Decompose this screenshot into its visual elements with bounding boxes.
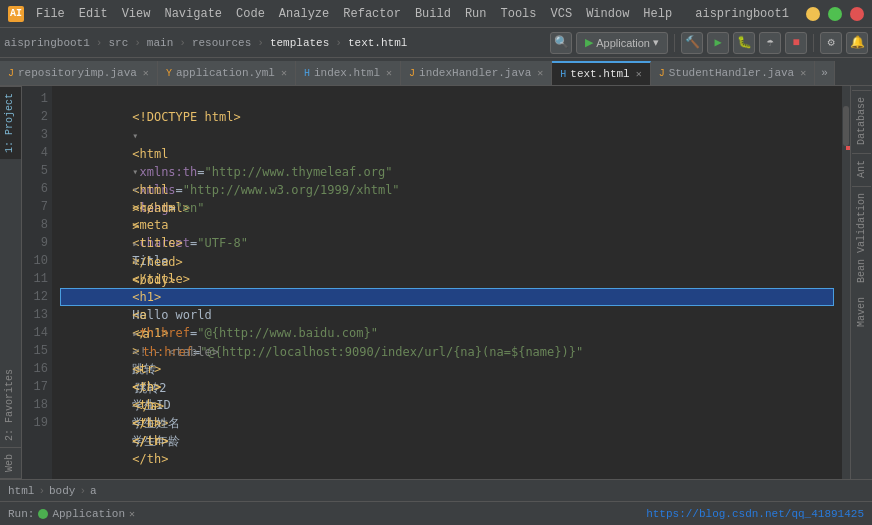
code-line-8: ▸ </head> bbox=[60, 216, 834, 234]
tab-indexhandler[interactable]: J indexHandler.java ✕ bbox=[401, 61, 552, 85]
search-icon[interactable]: 🔍 bbox=[550, 32, 572, 54]
tab-icon-indexhandler: J bbox=[409, 68, 415, 79]
breadcrumb-bottom-body[interactable]: body bbox=[49, 485, 75, 497]
tab-icon-text: H bbox=[560, 69, 566, 80]
tab-icon-index: H bbox=[304, 68, 310, 79]
toolbar: aispringboot1 › src › main › resources ›… bbox=[0, 28, 872, 58]
tab-close-text[interactable]: ✕ bbox=[636, 68, 642, 80]
code-line-4: ▾ <html lang="en" > bbox=[60, 144, 834, 162]
run-indicator: Run: Application ✕ bbox=[8, 508, 135, 520]
tab-close-studenthandler[interactable]: ✕ bbox=[800, 67, 806, 79]
run-label: Run: bbox=[8, 508, 34, 520]
title-bar: AI File Edit View Navigate Code Analyze … bbox=[0, 0, 872, 28]
menu-code[interactable]: Code bbox=[230, 5, 271, 23]
line-num-9: 9 bbox=[22, 234, 52, 252]
notifications-icon[interactable]: 🔔 bbox=[846, 32, 868, 54]
line-num-17: 17 bbox=[22, 378, 52, 396]
menu-window[interactable]: Window bbox=[580, 5, 635, 23]
ant-tab[interactable]: Ant bbox=[852, 153, 871, 184]
tab-icon-yml: Y bbox=[166, 68, 172, 79]
menu-analyze[interactable]: Analyze bbox=[273, 5, 335, 23]
menu-build[interactable]: Build bbox=[409, 5, 457, 23]
editor-wrapper: 1 2 3 4 5 6 7 8 9 10 11 12 13 14 15 16 1… bbox=[22, 86, 850, 479]
maven-tab[interactable]: Maven bbox=[852, 291, 871, 333]
vertical-scrollbar[interactable] bbox=[842, 86, 850, 479]
tab-text-html[interactable]: H text.html ✕ bbox=[552, 61, 650, 85]
breadcrumb-bottom-html[interactable]: html bbox=[8, 485, 34, 497]
breadcrumb-bottom: html › body › a bbox=[0, 479, 872, 501]
breadcrumb-file[interactable]: text.html bbox=[348, 37, 407, 49]
main-area: 1: Project 2: Favorites Web 1 2 3 4 5 6 … bbox=[0, 86, 872, 479]
breadcrumb-main[interactable]: main bbox=[147, 37, 173, 49]
error-marker bbox=[846, 146, 850, 150]
code-line-1: <!DOCTYPE html> bbox=[60, 90, 834, 108]
run-config-button[interactable]: ▶ Application ▾ bbox=[576, 32, 668, 54]
line-num-13: 13 bbox=[22, 306, 52, 324]
tab-label-index: index.html bbox=[314, 67, 380, 79]
tab-close-index[interactable]: ✕ bbox=[386, 67, 392, 79]
tab-close-indexhandler[interactable]: ✕ bbox=[537, 67, 543, 79]
maximize-button[interactable] bbox=[828, 7, 842, 21]
menu-file[interactable]: File bbox=[30, 5, 71, 23]
menu-view[interactable]: View bbox=[116, 5, 157, 23]
code-lines[interactable]: <!DOCTYPE html> ▾ <html xmlns:th="http:/… bbox=[52, 86, 842, 479]
window-controls bbox=[806, 7, 864, 21]
tab-more[interactable]: » bbox=[815, 61, 835, 85]
database-tab[interactable]: Database bbox=[852, 90, 871, 151]
code-line-12: <a th:href="@{http://localhost:9090/inde… bbox=[60, 288, 834, 306]
tab-repositoryimp[interactable]: J repositoryimp.java ✕ bbox=[0, 61, 158, 85]
title-bar-left: AI File Edit View Navigate Code Analyze … bbox=[8, 5, 678, 23]
tab-label-studenthandler: StudentHandler.java bbox=[669, 67, 794, 79]
run-app-label[interactable]: Application bbox=[52, 508, 125, 520]
menu-vcs[interactable]: VCS bbox=[545, 5, 579, 23]
run-config-dropdown-icon: ▾ bbox=[653, 36, 659, 49]
run-icon[interactable]: ▶ bbox=[707, 32, 729, 54]
code-line-3 bbox=[60, 126, 834, 144]
status-left: Run: Application ✕ bbox=[8, 508, 135, 520]
stop-icon[interactable]: ■ bbox=[785, 32, 807, 54]
right-panel: Database Ant Bean Validation Maven bbox=[850, 86, 872, 479]
breadcrumb-project[interactable]: aispringboot1 bbox=[4, 37, 90, 49]
tab-label-text: text.html bbox=[570, 68, 629, 80]
line-num-16: 16 bbox=[22, 360, 52, 378]
left-sidebar: 1: Project 2: Favorites Web bbox=[0, 86, 22, 479]
tab-bar: J repositoryimp.java ✕ Y application.yml… bbox=[0, 58, 872, 86]
breadcrumb-src[interactable]: src bbox=[108, 37, 128, 49]
coverage-icon[interactable]: ☂ bbox=[759, 32, 781, 54]
project-tab[interactable]: 1: Project bbox=[0, 86, 21, 159]
scrollbar-thumb[interactable] bbox=[843, 106, 849, 146]
line-num-7: 7 bbox=[22, 198, 52, 216]
breadcrumb-resources[interactable]: resources bbox=[192, 37, 251, 49]
menu-edit[interactable]: Edit bbox=[73, 5, 114, 23]
debug-icon[interactable]: 🐛 bbox=[733, 32, 755, 54]
line-num-18: 18 bbox=[22, 396, 52, 414]
tab-close-yml[interactable]: ✕ bbox=[281, 67, 287, 79]
status-url: https://blog.csdn.net/qq_41891425 bbox=[646, 508, 864, 520]
menu-bar: File Edit View Navigate Code Analyze Ref… bbox=[30, 5, 678, 23]
build-icon[interactable]: 🔨 bbox=[681, 32, 703, 54]
tab-close-repositoryimp[interactable]: ✕ bbox=[143, 67, 149, 79]
run-close-icon[interactable]: ✕ bbox=[129, 508, 135, 520]
line-num-1: 1 bbox=[22, 90, 52, 108]
close-button[interactable] bbox=[850, 7, 864, 21]
code-editor[interactable]: 1 2 3 4 5 6 7 8 9 10 11 12 13 14 15 16 1… bbox=[22, 86, 850, 479]
tab-application-yml[interactable]: Y application.yml ✕ bbox=[158, 61, 296, 85]
menu-refactor[interactable]: Refactor bbox=[337, 5, 407, 23]
menu-run[interactable]: Run bbox=[459, 5, 493, 23]
tab-index-html[interactable]: H index.html ✕ bbox=[296, 61, 401, 85]
run-config-icon: ▶ bbox=[585, 36, 593, 49]
breadcrumb-bottom-a[interactable]: a bbox=[90, 485, 97, 497]
web-tab[interactable]: Web bbox=[0, 448, 21, 479]
menu-navigate[interactable]: Navigate bbox=[158, 5, 228, 23]
menu-tools[interactable]: Tools bbox=[495, 5, 543, 23]
tab-label-yml: application.yml bbox=[176, 67, 275, 79]
tab-icon-studenthandler: J bbox=[659, 68, 665, 79]
settings-icon[interactable]: ⚙ bbox=[820, 32, 842, 54]
minimize-button[interactable] bbox=[806, 7, 820, 21]
bean-validation-tab[interactable]: Bean Validation bbox=[852, 186, 871, 289]
status-bar: Run: Application ✕ https://blog.csdn.net… bbox=[0, 501, 872, 525]
menu-help[interactable]: Help bbox=[637, 5, 678, 23]
breadcrumb-templates[interactable]: templates bbox=[270, 37, 329, 49]
tab-studenthandler[interactable]: J StudentHandler.java ✕ bbox=[651, 61, 815, 85]
favorites-tab[interactable]: 2: Favorites bbox=[0, 363, 21, 448]
